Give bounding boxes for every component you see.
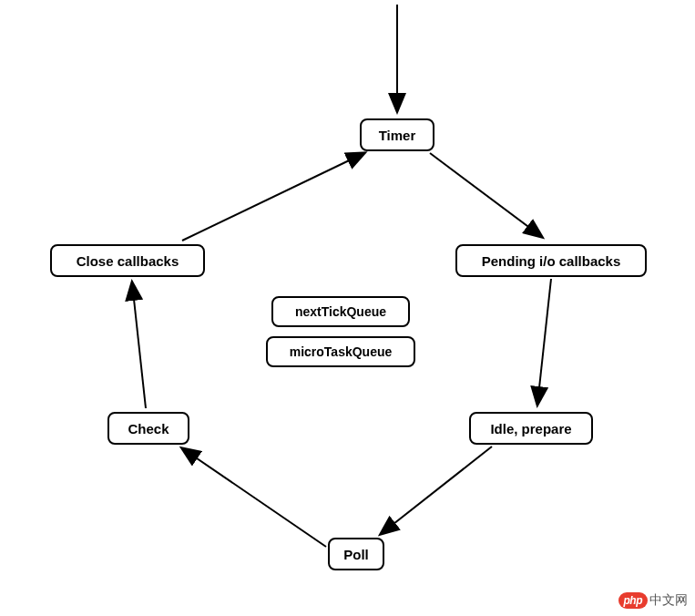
node-microtaskqueue: microTaskQueue xyxy=(266,336,415,367)
watermark-text: 中文网 xyxy=(649,592,688,609)
diagram-canvas: Timer Pending i/o callbacks Idle, prepar… xyxy=(0,0,695,616)
node-microtask-label: microTaskQueue xyxy=(290,344,393,359)
node-nexttick-label: nextTickQueue xyxy=(295,304,386,319)
node-check-label: Check xyxy=(128,421,169,436)
arrow-timer-pending xyxy=(430,153,542,237)
node-poll: Poll xyxy=(328,538,384,570)
node-timer-label: Timer xyxy=(379,128,416,143)
arrow-idle-poll xyxy=(381,447,492,534)
arrow-check-close xyxy=(132,282,146,408)
php-logo-icon: php xyxy=(618,592,649,609)
node-timer: Timer xyxy=(360,118,434,151)
node-pending-label: Pending i/o callbacks xyxy=(482,253,621,269)
node-idle-label: Idle, prepare xyxy=(490,421,571,436)
arrow-pending-idle xyxy=(537,279,551,405)
node-pending-io-callbacks: Pending i/o callbacks xyxy=(455,244,647,277)
node-close-label: Close callbacks xyxy=(77,253,179,269)
arrow-close-timer xyxy=(182,153,364,241)
node-poll-label: Poll xyxy=(343,547,369,562)
arrow-poll-check xyxy=(182,448,326,547)
node-nexttickqueue: nextTickQueue xyxy=(271,296,410,327)
watermark: php 中文网 xyxy=(618,592,689,609)
node-idle-prepare: Idle, prepare xyxy=(469,412,593,445)
node-check: Check xyxy=(107,412,189,445)
node-close-callbacks: Close callbacks xyxy=(50,244,205,277)
